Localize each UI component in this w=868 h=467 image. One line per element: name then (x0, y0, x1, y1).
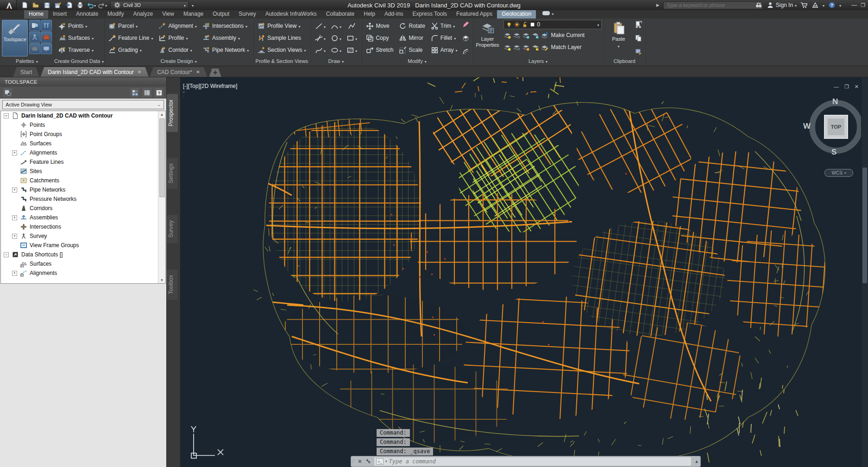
open-button[interactable] (31, 0, 41, 10)
viewport-controls[interactable]: [-][Top][2D Wireframe] (183, 83, 237, 89)
profile-view-button[interactable]: Profile View (255, 20, 308, 32)
sample-lines-button[interactable]: Sample Lines (255, 32, 308, 44)
layer-properties-button[interactable]: Layer Properties (475, 20, 501, 56)
qat-customize-icon[interactable] (192, 2, 194, 8)
palette-tab-survey[interactable]: Survey (167, 215, 178, 243)
match-layer-button[interactable]: Match Layer (551, 44, 582, 50)
toolbox-palette-button[interactable] (41, 31, 52, 43)
a360-caret-icon[interactable] (823, 2, 824, 8)
tree-item-alignments[interactable]: +Alignments (1, 148, 165, 157)
panorama-button[interactable] (29, 43, 40, 54)
compass-north[interactable]: N (832, 97, 838, 106)
palette-tab-settings[interactable]: Settings (167, 158, 178, 189)
expand-icon[interactable]: + (12, 234, 17, 239)
command-expand-arrow[interactable]: ▲ (693, 459, 700, 464)
layer-lock-button[interactable] (531, 31, 539, 39)
tree-item-assemblies[interactable]: +Assemblies (1, 213, 165, 222)
workspace-selector[interactable]: Civil 3D (110, 1, 189, 9)
command-customize-wrench-icon[interactable]: 🔧︎ (364, 458, 372, 465)
ribbon-tab-view[interactable]: View (157, 10, 179, 19)
ribbon-tab-collaborate[interactable]: Collaborate (321, 10, 359, 19)
surfaces-button[interactable]: Surfaces (56, 32, 96, 44)
tree-item-corridors[interactable]: Corridors (1, 204, 165, 213)
traverse-button[interactable]: Traverse (56, 44, 96, 56)
copy-doc-button[interactable] (635, 34, 642, 42)
compass-west[interactable]: W (803, 122, 811, 131)
search-input[interactable] (664, 2, 755, 8)
application-menu-button[interactable] (0, 0, 17, 10)
profile-button[interactable]: Profile (156, 32, 199, 44)
ribbon-display-toggle[interactable] (542, 9, 554, 19)
tree-item-intersections[interactable]: Intersections (1, 222, 165, 231)
recent-commands-caret[interactable]: ▾ (385, 460, 387, 463)
palette-tab-toolbox[interactable]: Toolbox (167, 269, 178, 299)
hatch-button[interactable] (344, 44, 359, 56)
stretch-button[interactable]: Stretch (364, 44, 396, 56)
layer-off-button[interactable] (522, 31, 530, 39)
collapse-icon[interactable]: − (4, 113, 9, 118)
command-close-icon[interactable]: ✕ (356, 458, 364, 465)
event-viewer-button[interactable] (41, 43, 52, 54)
tree-scrollbar[interactable]: ▲▼ (158, 111, 165, 283)
circle-button[interactable] (328, 32, 344, 44)
a360-icon[interactable] (811, 1, 819, 9)
corridor-button[interactable]: Corridor (156, 44, 199, 56)
arc-button[interactable] (328, 20, 344, 32)
parcel-button[interactable]: Parcel (106, 20, 155, 32)
polyline-button[interactable] (344, 20, 359, 32)
intersections-button[interactable]: Intersections (200, 20, 251, 32)
export-button[interactable] (64, 0, 74, 10)
expand-icon[interactable]: + (12, 271, 17, 276)
tree-item-point-groups[interactable]: Point Groups (1, 130, 165, 139)
grading-button[interactable]: Grading (106, 44, 155, 56)
layer-unlock-button[interactable] (531, 44, 539, 51)
ribbon-tab-help[interactable]: Help (359, 10, 380, 19)
command-line-grip[interactable]: ∷∷ (351, 460, 356, 463)
array-button[interactable]: Array (428, 44, 460, 56)
ribbon-tab-modify[interactable]: Modify (103, 10, 128, 19)
tree-item-survey[interactable]: +Survey (1, 231, 165, 241)
tree-item-pressure-networks[interactable]: Pressure Networks (1, 194, 165, 204)
restore-button[interactable]: ❐ (861, 2, 865, 8)
move-button[interactable]: Move (364, 20, 396, 32)
ribbon-tab-output[interactable]: Output (208, 10, 234, 19)
collapse-icon[interactable]: − (4, 252, 9, 257)
list-view-button[interactable] (142, 88, 151, 97)
tree-item-view-frame-groups[interactable]: View Frame Groups (1, 241, 165, 250)
doc-restore-button[interactable]: ❐ (844, 84, 849, 90)
help-caret-icon[interactable] (839, 2, 841, 8)
drawing-tab-2[interactable]: CAD Contour*✕ (150, 67, 207, 77)
ribbon-tab-geolocation[interactable]: Geolocation (497, 10, 536, 19)
tree-item-points[interactable]: Points (1, 120, 165, 130)
active-drawing-view-dropdown[interactable]: Active Drawing View ⌄ (2, 100, 164, 109)
ribbon-tab-express-tools[interactable]: Express Tools (408, 10, 452, 19)
scrollbar-thumb[interactable] (862, 168, 867, 283)
erase-button[interactable] (462, 20, 470, 28)
cut-button[interactable] (635, 20, 642, 28)
print-button[interactable] (75, 0, 85, 10)
paste-button[interactable]: Paste (606, 20, 632, 56)
tree-item-data-shortcuts-[interactable]: −Data Shortcuts [] (1, 250, 165, 259)
ribbon-tab-survey[interactable]: Survey (234, 10, 260, 19)
compass-south[interactable]: S (831, 148, 837, 157)
save-button[interactable] (42, 0, 52, 10)
help-ts-button[interactable]: ? (154, 88, 164, 97)
new-file-button[interactable] (19, 0, 30, 10)
tree-item-feature-lines[interactable]: Feature Lines (1, 157, 165, 167)
construction-line-button[interactable] (312, 32, 328, 44)
layer-unisolate-button[interactable] (513, 44, 521, 51)
ribbon-tab-add-ins[interactable]: Add-ins (380, 10, 408, 19)
doc-close-button[interactable]: ✕ (855, 84, 859, 90)
canvas-vertical-scrollbar[interactable] (861, 77, 868, 467)
undo-button[interactable] (86, 0, 96, 10)
layer-freeze-button[interactable] (503, 31, 511, 39)
explode-button[interactable] (462, 34, 470, 42)
expand-icon[interactable]: + (12, 215, 17, 220)
tree-item-catchments[interactable]: Catchments (1, 176, 165, 185)
wcs-selector[interactable]: WCS▾ (824, 169, 853, 177)
fillet-button[interactable]: Fillet (428, 32, 460, 44)
layer-isolate-button[interactable] (513, 31, 521, 39)
expand-icon[interactable]: + (12, 187, 17, 193)
tree-item-surfaces[interactable]: Surfaces (1, 139, 165, 148)
redo-button[interactable] (97, 0, 107, 10)
